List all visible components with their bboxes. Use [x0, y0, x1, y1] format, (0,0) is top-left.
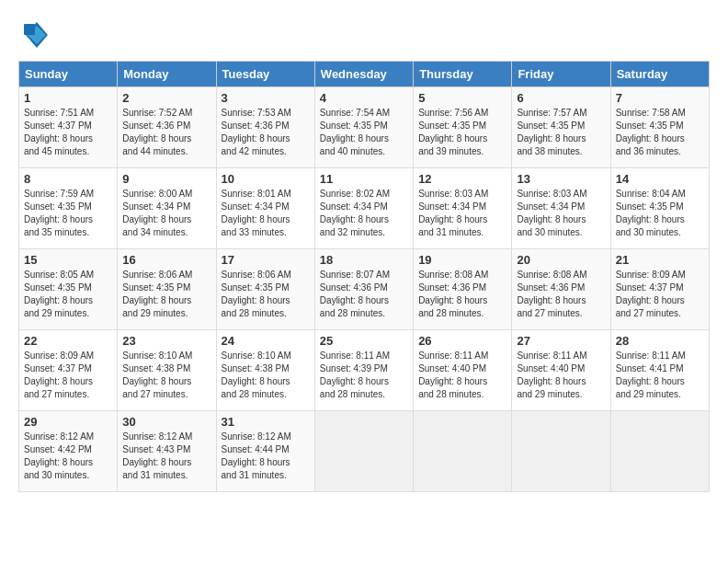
th-tuesday: Tuesday — [216, 62, 314, 87]
calendar-cell: 13Sunrise: 8:03 AM Sunset: 4:34 PM Dayli… — [512, 168, 610, 249]
day-info: Sunrise: 8:07 AM Sunset: 4:36 PM Dayligh… — [320, 269, 408, 320]
day-info: Sunrise: 8:06 AM Sunset: 4:35 PM Dayligh… — [122, 269, 210, 320]
calendar-week-row: 1Sunrise: 7:51 AM Sunset: 4:37 PM Daylig… — [19, 87, 710, 168]
day-info: Sunrise: 7:57 AM Sunset: 4:35 PM Dayligh… — [517, 107, 605, 158]
th-friday: Friday — [512, 62, 610, 87]
th-saturday: Saturday — [610, 62, 709, 87]
calendar-cell: 14Sunrise: 8:04 AM Sunset: 4:35 PM Dayli… — [610, 168, 709, 249]
calendar-cell: 21Sunrise: 8:09 AM Sunset: 4:37 PM Dayli… — [610, 249, 709, 330]
day-number: 3 — [222, 91, 310, 105]
calendar-cell: 3Sunrise: 7:53 AM Sunset: 4:36 PM Daylig… — [216, 87, 314, 168]
day-number: 26 — [418, 334, 506, 348]
calendar-cell: 11Sunrise: 8:02 AM Sunset: 4:34 PM Dayli… — [314, 168, 413, 249]
calendar-cell: 22Sunrise: 8:09 AM Sunset: 4:37 PM Dayli… — [19, 330, 118, 411]
day-info: Sunrise: 8:11 AM Sunset: 4:39 PM Dayligh… — [320, 350, 408, 401]
day-info: Sunrise: 8:03 AM Sunset: 4:34 PM Dayligh… — [517, 188, 605, 239]
th-sunday: Sunday — [19, 62, 118, 87]
day-info: Sunrise: 8:11 AM Sunset: 4:40 PM Dayligh… — [418, 350, 506, 401]
calendar-cell — [314, 411, 413, 492]
calendar-table: Sunday Monday Tuesday Wednesday Thursday… — [18, 61, 710, 492]
day-number: 11 — [320, 172, 408, 186]
day-number: 16 — [122, 253, 210, 267]
day-number: 24 — [222, 334, 310, 348]
day-number: 10 — [222, 172, 310, 186]
day-number: 21 — [616, 253, 704, 267]
day-info: Sunrise: 8:04 AM Sunset: 4:35 PM Dayligh… — [616, 188, 704, 239]
calendar-header: Sunday Monday Tuesday Wednesday Thursday… — [19, 62, 710, 87]
day-info: Sunrise: 7:52 AM Sunset: 4:36 PM Dayligh… — [122, 107, 210, 158]
calendar-body: 1Sunrise: 7:51 AM Sunset: 4:37 PM Daylig… — [19, 87, 710, 492]
th-wednesday: Wednesday — [314, 62, 413, 87]
calendar-cell: 18Sunrise: 8:07 AM Sunset: 4:36 PM Dayli… — [314, 249, 413, 330]
day-info: Sunrise: 8:10 AM Sunset: 4:38 PM Dayligh… — [222, 350, 310, 401]
day-info: Sunrise: 8:12 AM Sunset: 4:44 PM Dayligh… — [222, 431, 310, 482]
day-info: Sunrise: 7:59 AM Sunset: 4:35 PM Dayligh… — [24, 188, 112, 239]
day-info: Sunrise: 8:08 AM Sunset: 4:36 PM Dayligh… — [517, 269, 605, 320]
calendar-cell: 4Sunrise: 7:54 AM Sunset: 4:35 PM Daylig… — [314, 87, 413, 168]
day-number: 2 — [122, 91, 210, 105]
calendar-cell — [610, 411, 709, 492]
day-number: 29 — [24, 415, 112, 429]
day-info: Sunrise: 8:00 AM Sunset: 4:34 PM Dayligh… — [122, 188, 210, 239]
calendar-cell: 8Sunrise: 7:59 AM Sunset: 4:35 PM Daylig… — [19, 168, 118, 249]
day-number: 5 — [418, 91, 506, 105]
calendar-cell: 16Sunrise: 8:06 AM Sunset: 4:35 PM Dayli… — [118, 249, 216, 330]
calendar-cell: 7Sunrise: 7:58 AM Sunset: 4:35 PM Daylig… — [610, 87, 709, 168]
day-number: 27 — [517, 334, 605, 348]
day-number: 20 — [517, 253, 605, 267]
calendar-cell — [414, 411, 512, 492]
calendar-cell — [512, 411, 610, 492]
day-number: 17 — [222, 253, 310, 267]
day-number: 25 — [320, 334, 408, 348]
page-header — [18, 18, 710, 52]
day-number: 7 — [616, 91, 704, 105]
day-info: Sunrise: 8:09 AM Sunset: 4:37 PM Dayligh… — [24, 350, 112, 401]
calendar-week-row: 15Sunrise: 8:05 AM Sunset: 4:35 PM Dayli… — [19, 249, 710, 330]
day-number: 6 — [517, 91, 605, 105]
day-info: Sunrise: 7:51 AM Sunset: 4:37 PM Dayligh… — [24, 107, 112, 158]
calendar-cell: 19Sunrise: 8:08 AM Sunset: 4:36 PM Dayli… — [414, 249, 512, 330]
day-info: Sunrise: 7:54 AM Sunset: 4:35 PM Dayligh… — [320, 107, 408, 158]
day-number: 19 — [418, 253, 506, 267]
day-number: 30 — [122, 415, 210, 429]
calendar-cell: 31Sunrise: 8:12 AM Sunset: 4:44 PM Dayli… — [216, 411, 314, 492]
day-number: 31 — [222, 415, 310, 429]
svg-rect-3 — [24, 24, 35, 35]
header-row: Sunday Monday Tuesday Wednesday Thursday… — [19, 62, 710, 87]
calendar-cell: 25Sunrise: 8:11 AM Sunset: 4:39 PM Dayli… — [314, 330, 413, 411]
day-info: Sunrise: 7:56 AM Sunset: 4:35 PM Dayligh… — [418, 107, 506, 158]
day-info: Sunrise: 7:58 AM Sunset: 4:35 PM Dayligh… — [616, 107, 704, 158]
day-info: Sunrise: 8:12 AM Sunset: 4:43 PM Dayligh… — [122, 431, 210, 482]
calendar-cell: 9Sunrise: 8:00 AM Sunset: 4:34 PM Daylig… — [118, 168, 216, 249]
calendar-cell: 23Sunrise: 8:10 AM Sunset: 4:38 PM Dayli… — [118, 330, 216, 411]
day-info: Sunrise: 8:08 AM Sunset: 4:36 PM Dayligh… — [418, 269, 506, 320]
calendar-week-row: 22Sunrise: 8:09 AM Sunset: 4:37 PM Dayli… — [19, 330, 710, 411]
calendar-cell: 17Sunrise: 8:06 AM Sunset: 4:35 PM Dayli… — [216, 249, 314, 330]
calendar-cell: 29Sunrise: 8:12 AM Sunset: 4:42 PM Dayli… — [19, 411, 118, 492]
calendar-cell: 24Sunrise: 8:10 AM Sunset: 4:38 PM Dayli… — [216, 330, 314, 411]
calendar-week-row: 8Sunrise: 7:59 AM Sunset: 4:35 PM Daylig… — [19, 168, 710, 249]
day-number: 13 — [517, 172, 605, 186]
calendar-cell: 20Sunrise: 8:08 AM Sunset: 4:36 PM Dayli… — [512, 249, 610, 330]
day-number: 28 — [616, 334, 704, 348]
day-info: Sunrise: 8:02 AM Sunset: 4:34 PM Dayligh… — [320, 188, 408, 239]
calendar-cell: 2Sunrise: 7:52 AM Sunset: 4:36 PM Daylig… — [118, 87, 216, 168]
logo-icon — [18, 18, 51, 52]
th-monday: Monday — [118, 62, 216, 87]
day-number: 8 — [24, 172, 112, 186]
day-number: 9 — [122, 172, 210, 186]
day-info: Sunrise: 8:09 AM Sunset: 4:37 PM Dayligh… — [616, 269, 704, 320]
day-number: 18 — [320, 253, 408, 267]
calendar-cell: 28Sunrise: 8:11 AM Sunset: 4:41 PM Dayli… — [610, 330, 709, 411]
logo — [18, 18, 55, 52]
day-info: Sunrise: 8:11 AM Sunset: 4:41 PM Dayligh… — [616, 350, 704, 401]
day-number: 1 — [24, 91, 112, 105]
day-number: 15 — [24, 253, 112, 267]
day-info: Sunrise: 8:06 AM Sunset: 4:35 PM Dayligh… — [222, 269, 310, 320]
calendar-cell: 15Sunrise: 8:05 AM Sunset: 4:35 PM Dayli… — [19, 249, 118, 330]
page-container: Sunday Monday Tuesday Wednesday Thursday… — [18, 18, 710, 492]
calendar-week-row: 29Sunrise: 8:12 AM Sunset: 4:42 PM Dayli… — [19, 411, 710, 492]
day-info: Sunrise: 8:05 AM Sunset: 4:35 PM Dayligh… — [24, 269, 112, 320]
calendar-cell: 5Sunrise: 7:56 AM Sunset: 4:35 PM Daylig… — [414, 87, 512, 168]
calendar-cell: 26Sunrise: 8:11 AM Sunset: 4:40 PM Dayli… — [414, 330, 512, 411]
